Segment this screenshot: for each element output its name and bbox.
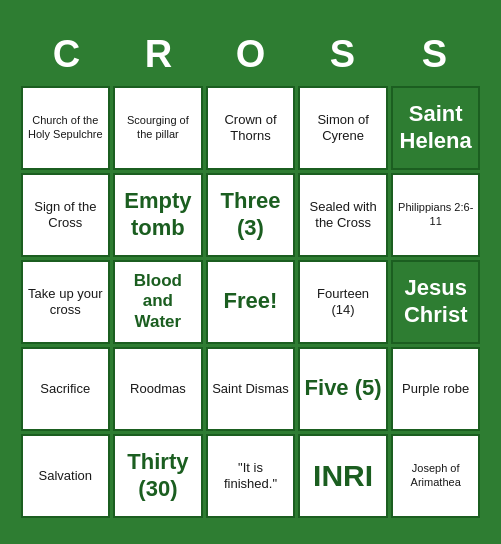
header-letter: O [205, 27, 297, 82]
cell-r3-c1: Roodmas [113, 347, 203, 431]
cell-r2-c3: Fourteen (14) [298, 260, 388, 344]
cell-r1-c1: Empty tomb [113, 173, 203, 257]
cell-r4-c0: Salvation [21, 434, 111, 518]
bingo-grid: Church of the Holy SepulchreScourging of… [21, 86, 481, 518]
cell-r3-c0: Sacrifice [21, 347, 111, 431]
cell-r0-c1: Scourging of the pillar [113, 86, 203, 170]
cell-r0-c4: Saint Helena [391, 86, 481, 170]
cell-r0-c3: Simon of Cyrene [298, 86, 388, 170]
cell-r0-c0: Church of the Holy Sepulchre [21, 86, 111, 170]
cell-r2-c1: Blood and Water [113, 260, 203, 344]
cell-r0-c2: Crown of Thorns [206, 86, 296, 170]
cell-r3-c3: Five (5) [298, 347, 388, 431]
cell-r1-c0: Sign of the Cross [21, 173, 111, 257]
cell-r2-c0: Take up your cross [21, 260, 111, 344]
cell-r1-c2: Three (3) [206, 173, 296, 257]
header-letter: S [297, 27, 389, 82]
header-letter: R [113, 27, 205, 82]
cell-r2-c4: Jesus Christ [391, 260, 481, 344]
header-letter: C [21, 27, 113, 82]
cell-r4-c2: "It is finished." [206, 434, 296, 518]
bingo-card: CROSS Church of the Holy SepulchreScourg… [11, 17, 491, 528]
cell-r2-c2: Free! [206, 260, 296, 344]
cell-r4-c4: Joseph of Arimathea [391, 434, 481, 518]
bingo-header: CROSS [21, 27, 481, 82]
cell-r3-c4: Purple robe [391, 347, 481, 431]
cell-r1-c3: Sealed with the Cross [298, 173, 388, 257]
cell-r1-c4: Philippians 2:6-11 [391, 173, 481, 257]
cell-r4-c3: INRI [298, 434, 388, 518]
cell-r3-c2: Saint Dismas [206, 347, 296, 431]
header-letter: S [389, 27, 481, 82]
cell-r4-c1: Thirty (30) [113, 434, 203, 518]
